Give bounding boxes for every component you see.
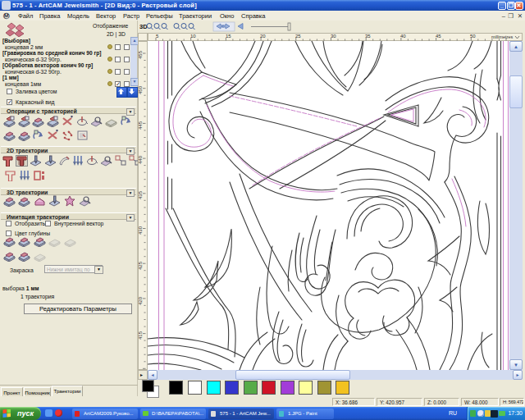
svg-text:420: 420 [138,296,143,305]
svg-text:15: 15 [226,34,231,39]
svg-text:millimetres: millimetres [491,34,514,39]
svg-text:30: 30 [331,34,336,39]
svg-text:5: 5 [156,34,159,39]
svg-text:425: 425 [138,261,143,270]
svg-text:45: 45 [436,34,441,39]
svg-text:430: 430 [138,226,143,235]
svg-text:415: 415 [138,331,143,340]
svg-text:10: 10 [190,34,196,39]
svg-text:435: 435 [138,190,143,199]
svg-text:450: 450 [138,85,143,94]
svg-text:440: 440 [138,155,143,164]
svg-text:445: 445 [138,121,143,130]
svg-text:455: 455 [138,50,143,59]
